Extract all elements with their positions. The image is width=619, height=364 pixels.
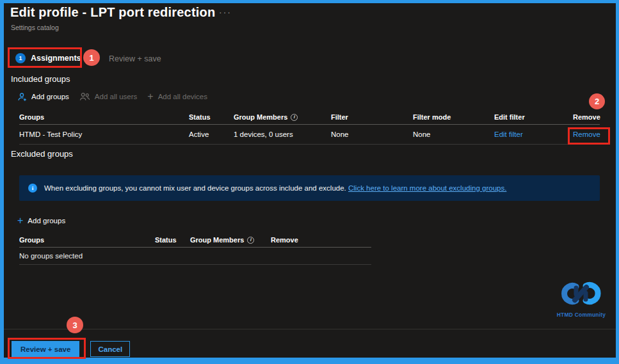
col-groups: Groups [19, 113, 189, 121]
excluded-groups-table: Groups Status Group Members i Remove No … [19, 233, 371, 265]
add-groups-label: Add groups [31, 93, 69, 100]
people-icon [79, 92, 90, 101]
info-banner-icon: i [28, 184, 37, 193]
included-table-header: Groups Status Group Members i Filter Fil… [19, 110, 600, 125]
excluded-add-groups-label: Add groups [28, 217, 65, 225]
page-subtitle: Settings catalog [11, 24, 59, 31]
empty-table-message: No groups selected [19, 248, 371, 265]
learn-more-link[interactable]: Click here to learn more about excluding… [348, 184, 506, 192]
step-number-icon: 1 [15, 53, 26, 63]
htmd-community-logo: HTMD Community [551, 280, 612, 318]
annotation-badge-1: 1 [83, 49, 100, 66]
cancel-button[interactable]: Cancel [90, 341, 130, 357]
add-person-icon [17, 92, 27, 102]
add-all-users-label: Add all users [95, 93, 137, 100]
annotation-badge-3: 3 [67, 317, 83, 333]
add-all-devices-label: Add all devices [158, 93, 207, 100]
info-icon[interactable]: i [247, 237, 254, 244]
group-status: Active [189, 131, 234, 138]
included-groups-heading: Included groups [11, 74, 70, 84]
col-groups: Groups [19, 236, 155, 244]
plus-icon: + [147, 91, 153, 102]
col-remove: Remove [271, 236, 371, 244]
more-options-icon[interactable]: ··· [219, 7, 232, 17]
review-save-button[interactable]: Review + save [12, 341, 79, 357]
group-filter-mode: None [413, 131, 494, 138]
info-banner: i When excluding groups, you cannot mix … [19, 175, 600, 201]
infinity-logo-icon [556, 280, 606, 308]
remove-link[interactable]: Remove [573, 131, 600, 138]
group-members: 1 devices, 0 users [234, 131, 331, 138]
excluded-add-groups-button[interactable]: + Add groups [17, 216, 65, 226]
group-name: HTMD - Test Policy [19, 131, 189, 138]
footer-actions: Review + save Cancel [12, 341, 130, 357]
add-all-users-button[interactable]: Add all users [79, 92, 137, 101]
edit-profile-window: Edit profile - LPT port redirection ··· … [0, 0, 619, 364]
col-filter-mode: Filter mode [413, 113, 494, 121]
page-title: Edit profile - LPT port redirection [10, 5, 215, 20]
tab-review-save[interactable]: Review + save [109, 54, 161, 63]
excluded-groups-toolbar: + Add groups [17, 216, 65, 226]
edit-filter-link[interactable]: Edit filter [494, 131, 573, 138]
group-filter: None [331, 131, 413, 138]
col-edit-filter: Edit filter [494, 113, 573, 121]
add-all-devices-button[interactable]: + Add all devices [147, 91, 207, 102]
footer-divider [4, 329, 616, 329]
col-remove: Remove [573, 113, 600, 121]
included-groups-table: Groups Status Group Members i Filter Fil… [19, 110, 600, 145]
col-group-members: Group Members i [234, 113, 331, 121]
table-row: HTMD - Test Policy Active 1 devices, 0 u… [19, 125, 600, 145]
plus-icon: + [17, 216, 23, 226]
excluded-groups-heading: Excluded groups [11, 149, 73, 159]
annotation-badge-2: 2 [589, 93, 605, 109]
info-icon[interactable]: i [291, 114, 298, 121]
info-banner-text: When excluding groups, you cannot mix us… [44, 184, 506, 192]
logo-label: HTMD Community [551, 312, 612, 318]
excluded-table-header: Groups Status Group Members i Remove [19, 233, 371, 248]
included-groups-toolbar: Add groups Add all users + Add all devic… [17, 91, 207, 102]
tab-assignments[interactable]: 1 Assignments [15, 53, 81, 63]
col-status: Status [189, 113, 234, 121]
col-group-members: Group Members i [190, 236, 271, 244]
add-groups-button[interactable]: Add groups [17, 92, 69, 102]
col-filter: Filter [331, 113, 413, 121]
tab-assignments-label: Assignments [31, 54, 81, 63]
col-status: Status [155, 236, 190, 244]
